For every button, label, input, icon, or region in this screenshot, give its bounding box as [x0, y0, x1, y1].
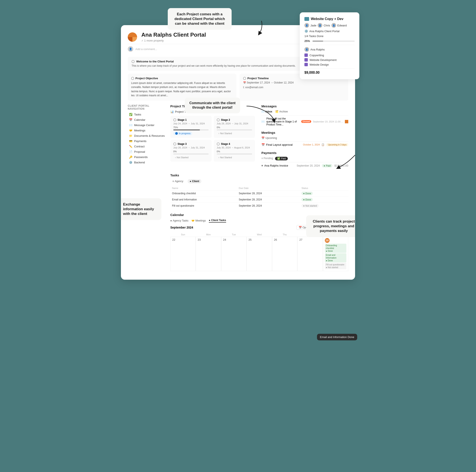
- message-date-1: September 19, 2024 11:00 ...: [313, 120, 343, 123]
- payment-date-1: September 20, 2024: [297, 164, 320, 167]
- project-card-client: 👤 Ana Ralphs: [305, 47, 355, 52]
- nav-item-contract[interactable]: ✏️ Contract: [128, 144, 166, 149]
- day-thu: Thu: [272, 232, 297, 237]
- cal-date-28: 28: [325, 238, 330, 243]
- cal-event-questionaire: Fill out questionaire ● Not started: [325, 263, 346, 269]
- stage-3-date: July 28, 2024 → July 31, 2024: [173, 146, 209, 149]
- task-row-1: Onboarding checklist September 28, 2024 …: [170, 190, 348, 196]
- day-mon: Mon: [196, 232, 221, 237]
- stage-4-progress-bar: [217, 154, 252, 155]
- stage-4-pct: 0%: [217, 150, 252, 153]
- project-card-progress: 25%: [305, 39, 355, 43]
- nav-item-passwords[interactable]: 🔑 Passwords: [128, 155, 166, 159]
- cal-event-onboarding: Onboarding checklist ● Done: [325, 244, 346, 253]
- cal-event-onboarding-status: ● Done: [326, 250, 345, 252]
- message-icon: ✉️: [129, 123, 132, 127]
- meeting-badge-1: Upcoming in 3 days: [326, 143, 348, 146]
- payments-section: Payments ≡ Pending ✅ Paid ≡ Ana Ralphs I…: [261, 151, 348, 169]
- nav-label-contract: Contract: [134, 145, 145, 148]
- tab-client[interactable]: ● Client: [187, 179, 201, 183]
- nav-item-message-center[interactable]: ✉️ Message Center: [128, 123, 166, 128]
- cal-event-email: Email and Information ● Done: [325, 253, 346, 262]
- tab-paid[interactable]: ✅ Paid: [275, 157, 288, 160]
- nav-item-calendar[interactable]: 📅 Calendar: [128, 117, 166, 122]
- cal-cell-22: 22: [170, 237, 196, 271]
- unread-badge: Unread: [301, 120, 311, 123]
- nav-label-documents: Documents & Resources: [134, 134, 165, 137]
- tab-pending[interactable]: ≡ Pending: [261, 157, 273, 160]
- contract-icon: ✏️: [129, 145, 132, 148]
- stage-2-date: July 28, 2024 → July 31, 2024: [217, 122, 252, 125]
- task-status-1: ● Done: [300, 190, 348, 196]
- stage-1-progress-bar: [173, 129, 209, 130]
- nav-item-backend[interactable]: ⚙️ Backend: [128, 160, 166, 165]
- stage-4-card: Stage 4 July 30, 2024 → August 6, 2024 0…: [214, 140, 255, 162]
- tasks-section-title: Tasks: [170, 173, 348, 177]
- task-due-1: September 28, 2024: [237, 190, 300, 196]
- nav-list: ✅ Tasks 📅 Calendar ✉️ Message Center 🤝 M…: [128, 112, 166, 165]
- project-card-title-text: Website Copy + Dev: [311, 17, 343, 21]
- tab-inbox[interactable]: ✉️ Inbox: [261, 110, 272, 113]
- payments-title: Payments: [261, 151, 348, 155]
- stage-3-progress-bar: [173, 154, 209, 155]
- task-status-badge-3: ● Not started: [301, 204, 319, 208]
- avatar-jade: 👤: [305, 23, 309, 28]
- nav-item-documents[interactable]: 📁 Documents & Resources: [128, 133, 166, 138]
- cal-tab-client[interactable]: ● Client Tasks: [209, 219, 226, 223]
- nav-item-meetings[interactable]: 🤝 Meetings: [128, 128, 166, 133]
- meetings-section: Meetings 📅 Upcoming 📅 Final Layout appro…: [261, 131, 348, 148]
- nav-item-tasks[interactable]: ✅ Tasks: [128, 112, 166, 117]
- col-name: Name: [170, 186, 237, 191]
- right-callout: Clients can track project progress, meet…: [306, 215, 355, 237]
- stage-3-card: Stage 3 July 28, 2024 → July 31, 2024 0%…: [170, 140, 212, 162]
- stage-4-status: › Not Started: [217, 156, 234, 159]
- stage-2-icon: [217, 118, 220, 122]
- task-status-badge-1: ● Done: [301, 192, 313, 195]
- tab-archive[interactable]: 🗂️ Archive: [275, 110, 288, 113]
- nav-label-backend: Backend: [134, 161, 145, 164]
- task-row-3: Fill out questionaire September 28, 2024…: [170, 203, 348, 209]
- cal-cell-24: 24: [221, 237, 247, 271]
- project-price: $9,000.00: [305, 71, 355, 74]
- nav-label-proposal: Proposal: [134, 150, 145, 153]
- nav-item-proposal[interactable]: 📄 Proposal: [128, 149, 166, 154]
- stage-3-status: › Not Started: [173, 156, 190, 159]
- tasks-done-text: 1/4 Tasks Done: [305, 35, 323, 38]
- service-copywriting: Copywriting: [305, 53, 355, 57]
- nav-item-payments[interactable]: 💳 Payments: [128, 139, 166, 143]
- cal-tab-meetings[interactable]: 🤝 Meetings: [191, 219, 206, 223]
- cal-cell-26: 26: [272, 237, 297, 271]
- project-objective-text: Lorem ipsum dolor sit amet, consectetur …: [131, 81, 233, 98]
- cal-cell-28: 28 Onboarding checklist ● Done Email and…: [323, 237, 348, 271]
- cal-tab-agency[interactable]: ● Agency Tasks: [170, 219, 188, 223]
- calendar-icon: 📅: [129, 118, 132, 122]
- left-callout: Exchange information easily with the cli…: [121, 198, 161, 220]
- cal-date-22: 22: [172, 238, 194, 241]
- timeline-dates: 📅 September 17, 2024 → October 12, 2024: [243, 81, 345, 84]
- comment-placeholder: Add a comment...: [136, 48, 157, 51]
- backend-icon: ⚙️: [129, 161, 132, 164]
- meetings-title: Meetings: [261, 131, 348, 134]
- tab-agency[interactable]: ≡ Agency: [170, 179, 186, 183]
- timeline-section: Project Timeline 📊 Project Timeline ▼ St…: [170, 104, 257, 169]
- payment-meta-1: September 20, 2024 ● Paid $10,800.00: [297, 164, 348, 167]
- proposal-icon: 📄: [129, 150, 132, 153]
- task-status-3: ● Not started: [300, 203, 348, 209]
- cal-event-onboarding-label: Onboarding checklist: [326, 244, 345, 250]
- stage-4-date: July 30, 2024 → August 6, 2024: [217, 146, 252, 149]
- circle-icon: [132, 60, 135, 63]
- right-panel: Messages ✉️ Inbox 🗂️ Archive ✉️ Please f…: [261, 104, 348, 169]
- payment-amount-1: $10,800.00: [334, 164, 348, 167]
- timeline-circle-icon: [243, 77, 246, 80]
- comment-avatar: 👤: [128, 46, 133, 52]
- col-due-date: Due Date: [237, 186, 300, 191]
- team-jade: Jade: [310, 24, 316, 27]
- task-status-badge-2: ● Done: [301, 198, 313, 201]
- stage-2-card: Stage 2 July 28, 2024 → July 31, 2024 0%…: [214, 116, 255, 138]
- meetings-icon: 🤝: [129, 129, 132, 132]
- meeting-meta-1: October 1, 2024 📋 Upcoming in 3 days: [303, 143, 348, 146]
- day-wed: Wed: [247, 232, 272, 237]
- meeting-row-1: 📅 Final Layout approval October 1, 2024 …: [261, 141, 348, 148]
- cal-date-24: 24: [223, 238, 245, 241]
- project-card-team: 👤 Jade 👤 Chris 👤 Edward: [305, 23, 355, 28]
